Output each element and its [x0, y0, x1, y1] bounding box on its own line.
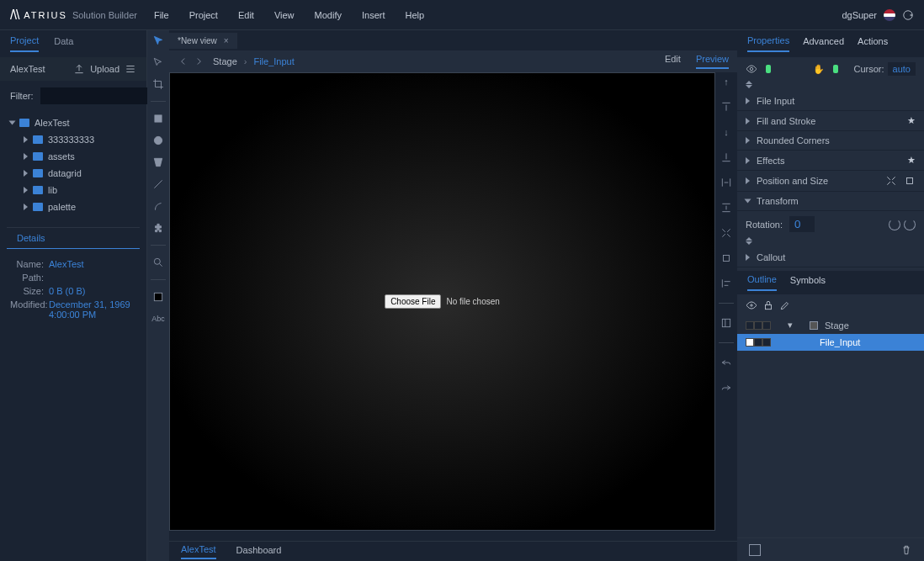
tab-project[interactable]: Project — [10, 35, 39, 52]
pointer-tool-icon[interactable] — [151, 34, 165, 47]
section-transform[interactable]: Transform — [737, 192, 924, 211]
fit-width-icon[interactable] — [720, 177, 732, 188]
section-fill-stroke[interactable]: Fill and Stroke★ — [737, 111, 924, 131]
align-top-icon[interactable] — [720, 101, 732, 113]
redo-icon[interactable] — [720, 382, 732, 394]
polygon-tool-icon[interactable] — [151, 156, 165, 169]
edit-toggle-icon[interactable] — [762, 321, 771, 330]
action-preview[interactable]: Preview — [696, 54, 729, 69]
align-left-icon[interactable] — [720, 278, 732, 289]
section-file-input[interactable]: File Input — [737, 92, 924, 111]
outline-file-input[interactable]: File_Input — [737, 334, 924, 351]
eye-icon[interactable] — [746, 63, 757, 75]
fit-height-icon[interactable] — [720, 202, 732, 214]
tree-root[interactable]: AlexTest — [8, 114, 138, 131]
expand-icon[interactable] — [885, 175, 897, 187]
tab-advanced[interactable]: Advanced — [803, 36, 844, 51]
rect-tool-icon[interactable] — [151, 112, 165, 125]
list-icon[interactable] — [125, 63, 136, 75]
tree-expand-icon[interactable] — [9, 121, 16, 125]
upload-label[interactable]: Upload — [90, 64, 119, 74]
menu-insert[interactable]: Insert — [362, 10, 385, 20]
locale-flag-icon[interactable] — [884, 9, 895, 21]
menu-file[interactable]: File — [154, 10, 169, 20]
section-callout[interactable]: Callout — [737, 248, 924, 267]
arrow-down-icon[interactable]: ↓ — [720, 126, 732, 138]
tree-item-2[interactable]: datagrid — [8, 165, 138, 182]
menu-view[interactable]: View — [274, 10, 295, 20]
choose-file-button[interactable]: Choose File — [385, 294, 441, 309]
section-rounded[interactable]: Rounded Corners — [737, 131, 924, 151]
section-pos-size[interactable]: Position and Size — [737, 171, 924, 192]
menu-project[interactable]: Project — [189, 10, 218, 20]
tab-actions[interactable]: Actions — [858, 36, 888, 51]
panel-icon[interactable] — [720, 317, 732, 329]
bounds-icon[interactable] — [904, 175, 916, 187]
lock-icon[interactable] — [762, 299, 774, 311]
eye-icon[interactable] — [746, 299, 757, 311]
nav-back-icon[interactable] — [178, 56, 189, 67]
star-icon[interactable]: ★ — [907, 115, 916, 126]
bounds-icon[interactable] — [720, 252, 732, 264]
tree-item-4[interactable]: palette — [8, 198, 138, 215]
outline-stage[interactable]: ▾ Stage — [737, 316, 924, 334]
search-tool-icon[interactable] — [151, 256, 165, 269]
breadcrumb-stage[interactable]: Stage — [213, 56, 237, 66]
eye-toggle-icon[interactable] — [746, 321, 754, 330]
star-icon[interactable]: ★ — [907, 155, 916, 166]
tree-expand-icon[interactable] — [24, 153, 28, 160]
eye-toggle-icon[interactable] — [746, 338, 754, 347]
btab-dashboard[interactable]: Dashboard — [236, 545, 282, 558]
pen-tool-icon[interactable] — [151, 199, 165, 213]
tree-expand-icon[interactable] — [24, 187, 28, 193]
edit-toggle-icon[interactable] — [762, 338, 771, 347]
cursor-value[interactable]: auto — [888, 62, 916, 76]
line-tool-icon[interactable] — [151, 177, 165, 191]
nav-forward-icon[interactable] — [193, 56, 204, 67]
align-bottom-icon[interactable] — [720, 151, 732, 163]
tab-data[interactable]: Data — [54, 36, 73, 51]
close-icon[interactable]: × — [224, 36, 229, 45]
tree-expand-icon[interactable] — [24, 204, 28, 210]
tree-expand-icon[interactable] — [24, 170, 28, 177]
upload-icon[interactable] — [73, 63, 85, 75]
tree-item-0[interactable]: 333333333 — [8, 131, 138, 148]
arrow-up-icon[interactable]: ↑ — [720, 76, 732, 87]
brand-text: ATRIUS — [24, 10, 67, 20]
rotation-input[interactable] — [789, 216, 815, 232]
doc-tab[interactable]: *New view × — [169, 33, 237, 49]
menu-help[interactable]: Help — [405, 10, 424, 20]
btab-alextest[interactable]: AlexTest — [181, 544, 216, 559]
rotate-ccw-icon[interactable] — [889, 219, 900, 230]
menu-edit[interactable]: Edit — [238, 10, 254, 20]
lock-toggle-icon[interactable] — [754, 338, 762, 347]
rotate-cw-icon[interactable] — [904, 219, 916, 230]
breadcrumb-file-input[interactable]: File_Input — [253, 56, 294, 66]
section-effects[interactable]: Effects★ — [737, 151, 924, 171]
expand-icon[interactable] — [720, 227, 732, 239]
tab-properties[interactable]: Properties — [747, 35, 789, 52]
stepper[interactable] — [737, 81, 754, 92]
undo-icon[interactable] — [720, 357, 732, 368]
cursor-hand-icon[interactable]: ✋ — [813, 64, 825, 75]
action-edit[interactable]: Edit — [665, 54, 681, 69]
tab-outline[interactable]: Outline — [747, 274, 777, 291]
ellipse-tool-icon[interactable] — [151, 134, 165, 147]
direct-select-tool-icon[interactable] — [151, 56, 165, 69]
new-layer-icon[interactable] — [749, 544, 761, 556]
menu-modify[interactable]: Modify — [315, 10, 342, 20]
tree-item-3[interactable]: lib — [8, 182, 138, 198]
tree-item-1[interactable]: assets — [8, 148, 138, 165]
lock-toggle-icon[interactable] — [754, 321, 762, 330]
tree-expand-icon[interactable] — [24, 136, 28, 143]
tab-symbols[interactable]: Symbols — [790, 275, 826, 290]
edit-icon[interactable] — [779, 299, 791, 311]
logout-icon[interactable] — [902, 9, 914, 21]
color-tool-icon[interactable] — [151, 290, 165, 304]
text-tool-icon[interactable]: Abc — [151, 312, 165, 325]
canvas[interactable]: Choose File No file chosen — [169, 72, 715, 531]
trash-icon[interactable] — [900, 544, 912, 556]
stepper[interactable] — [737, 237, 754, 248]
crop-tool-icon[interactable] — [151, 77, 165, 91]
plugin-tool-icon[interactable] — [151, 221, 165, 235]
